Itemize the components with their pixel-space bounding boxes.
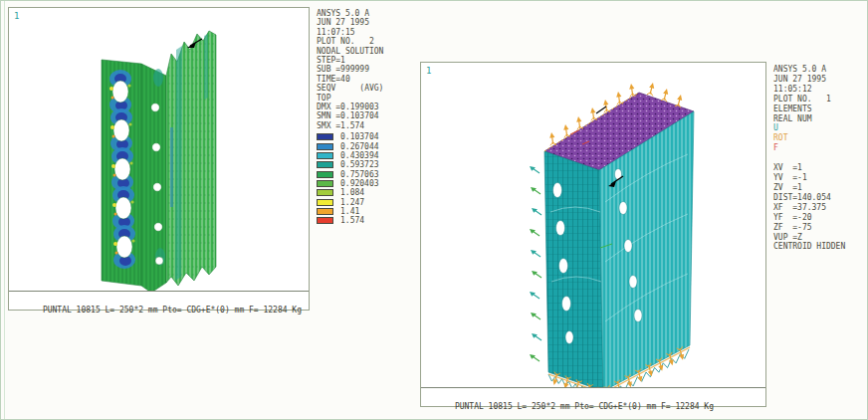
left-info-lines: ANSYS 5.0 AJUN 27 199511:07:15PLOT NO. 2…: [317, 9, 428, 130]
legend-value: 0.593723: [340, 160, 379, 169]
left-plot-window: 1: [8, 7, 310, 311]
right-plot-window: 1: [420, 62, 766, 407]
text-line: ZV =1: [773, 183, 868, 193]
right-window-number-label: 1: [426, 66, 431, 76]
text-line: PLOT NO. 1: [773, 95, 868, 105]
text-line: JUN 27 1995: [773, 75, 868, 85]
left-caption: PUNTAL 10815 L= 250*2 mm Pto= CDG+E*(0) …: [9, 291, 309, 310]
legend-row: 1.574: [317, 216, 428, 225]
left-caption-text: PUNTAL 10815 L= 250*2 mm Pto= CDG+E*(0) …: [43, 306, 302, 315]
legend-value: 0.267044: [340, 142, 379, 151]
view-settings-lines: XV =1YV =-1ZV =1DIST=140.054XF =37.375YF…: [773, 163, 868, 252]
text-line: DMX =0.199003: [317, 103, 428, 111]
text-line: CENTROID HIDDEN: [773, 242, 868, 252]
text-line: SMN =0.103704: [317, 111, 428, 120]
text-line: JUN 27 1995: [317, 18, 428, 27]
web-face: [166, 31, 216, 286]
text-line: XV =1: [773, 163, 868, 173]
legend-swatch: [317, 171, 333, 178]
text-line: YV =-1: [773, 173, 868, 183]
legend-swatch: [317, 143, 333, 150]
legend-swatch: [317, 161, 333, 168]
text-line: TOP: [317, 94, 428, 103]
legend-swatch: [317, 199, 333, 206]
bc-legend-item: F: [773, 143, 868, 153]
text-line: STEP=1: [317, 56, 428, 65]
text-line: YF =-20: [773, 213, 868, 223]
legend-swatch: [317, 189, 333, 196]
legend-row: 0.593723: [317, 160, 428, 169]
text-line: REAL NUM: [773, 114, 868, 124]
text-line: ZF =-75: [773, 223, 868, 233]
text-line: ELEMENTS: [773, 105, 868, 114]
text-line: VUP =Z: [773, 233, 868, 243]
legend-value: 0.430394: [340, 151, 379, 160]
legend-row: 1.41: [317, 207, 428, 216]
legend-swatch: [317, 208, 333, 215]
right-model-elements: [421, 63, 767, 387]
right-caption: PUNTAL 10815 L= 250*2 mm Pto= CDG+E*(0) …: [421, 387, 765, 406]
legend-value: 1.41: [340, 207, 359, 216]
left-info-column: ANSYS 5.0 AJUN 27 199511:07:15PLOT NO. 2…: [317, 9, 428, 225]
bc-legend-item: U: [773, 123, 868, 133]
legend-value: 1.574: [340, 216, 364, 225]
legend-swatch: [317, 180, 333, 187]
right-info-column: ANSYS 5.0 AJUN 27 199511:05:12PLOT NO. 1…: [773, 65, 868, 252]
ansys-screenshot: 1: [0, 0, 868, 420]
stress-legend: 0.1037040.2670440.4303940.5937230.757063…: [317, 132, 428, 225]
text-line: SMX =1.574: [317, 121, 428, 130]
right-caption-text: PUNTAL 10815 L= 250*2 mm Pto= CDG+E*(0) …: [455, 402, 714, 411]
legend-swatch: [317, 217, 333, 224]
text-line: DIST=140.054: [773, 193, 868, 203]
legend-row: 1.247: [317, 197, 428, 206]
legend-row: 0.920403: [317, 179, 428, 188]
legend-value: 1.247: [340, 198, 364, 207]
text-line: ANSYS 5.0 A: [773, 65, 868, 75]
legend-row: 1.084: [317, 188, 428, 197]
text-line: NODAL SOLUTION: [317, 47, 428, 56]
displacement-constraint-arrows: [530, 166, 542, 361]
text-line: TIME=40: [317, 75, 428, 84]
legend-row: 0.103704: [317, 132, 428, 141]
legend-value: 0.103704: [340, 132, 379, 141]
bc-legend-item: ROT: [773, 133, 868, 143]
legend-value: 0.757063: [340, 170, 379, 179]
right-info-lines: ANSYS 5.0 AJUN 27 199511:05:12PLOT NO. 1…: [773, 65, 868, 123]
bc-legend: UROTF: [773, 123, 868, 153]
legend-value: 1.084: [340, 188, 364, 197]
text-line: 11:05:12: [773, 85, 868, 95]
text-line: XF =37.375: [773, 203, 868, 213]
legend-swatch: [317, 152, 333, 159]
text-line: PLOT NO. 2: [317, 37, 428, 46]
legend-row: 0.757063: [317, 169, 428, 178]
legend-row: 0.430394: [317, 151, 428, 160]
legend-row: 0.267044: [317, 142, 428, 151]
left-model-stress-contour: [9, 8, 311, 292]
text-line: SUB =999999: [317, 65, 428, 74]
legend-value: 0.920403: [340, 179, 379, 188]
text-line: 11:07:15: [317, 28, 428, 37]
left-window-number-label: 1: [14, 11, 19, 21]
text-line: SEQV (AVG): [317, 84, 428, 93]
text-line: ANSYS 5.0 A: [317, 9, 428, 18]
legend-swatch: [317, 133, 333, 140]
